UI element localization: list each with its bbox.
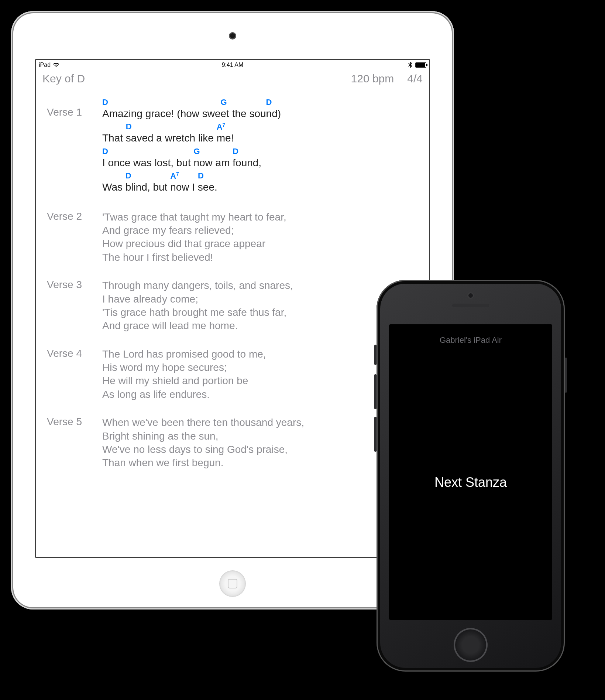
lyric-text: How precious did that grace appear <box>102 237 418 250</box>
chord-row: DGD <box>102 98 418 107</box>
status-time: 9:41 AM <box>222 62 244 68</box>
lyric-line: DA7That saved a wretch like me! <box>102 122 418 145</box>
verse-block[interactable]: Verse 4The Lord has promised good to me,… <box>47 348 418 402</box>
iphone-camera <box>468 293 473 298</box>
lyric-line: Through many dangers, toils, and snares, <box>102 279 418 292</box>
iphone-volume-down[interactable] <box>374 417 377 452</box>
key-label[interactable]: Key of D <box>42 72 85 85</box>
lyric-line: The hour I first believed! <box>102 251 418 264</box>
lyric-line: His word my hope secures; <box>102 361 418 374</box>
connected-device-label: Gabriel's iPad Air <box>440 335 502 345</box>
ipad-camera <box>230 33 235 38</box>
lyric-line: The Lord has promised good to me, <box>102 348 418 361</box>
chord-row: DA7 <box>102 122 418 132</box>
iphone-speaker <box>452 304 489 307</box>
verse-body: When we've been there ten thousand years… <box>102 416 418 470</box>
chord-row: DGD <box>102 147 418 156</box>
lyric-text: As long as life endures. <box>102 388 418 401</box>
verse-block[interactable]: Verse 3Through many dangers, toils, and … <box>47 279 418 333</box>
lyric-line: He will my shield and portion be <box>102 374 418 387</box>
chord-suffix: 7 <box>223 122 226 128</box>
lyric-text: That saved a wretch like me! <box>102 132 418 145</box>
lyric-text: 'Tis grace hath brought me safe thus far… <box>102 306 418 319</box>
chord: A7 <box>170 171 179 181</box>
song-toolbar: Key of D 120 bpm 4/4 <box>36 70 429 86</box>
lyric-text: We've no less days to sing God's praise, <box>102 443 418 456</box>
lyric-line: As long as life endures. <box>102 388 418 401</box>
iphone-screen: Gabriel's iPad Air Next Stanza <box>389 324 552 620</box>
lyric-text: He will my shield and portion be <box>102 374 418 387</box>
iphone-volume-up[interactable] <box>374 374 377 409</box>
lyric-line: Than when we first begun. <box>102 456 418 469</box>
lyric-line: 'Twas grace that taught my heart to fear… <box>102 211 418 224</box>
lyric-text: And grace will lead me home. <box>102 319 418 332</box>
verse-body: DGDAmazing grace! (how sweet the sound)D… <box>102 98 418 196</box>
lyric-line: Bright shining as the sun, <box>102 430 418 443</box>
wifi-icon <box>53 62 59 68</box>
chord: D <box>233 147 238 156</box>
iphone-device-frame: Gabriel's iPad Air Next Stanza <box>377 280 565 672</box>
chord: D <box>266 98 272 107</box>
bluetooth-icon <box>408 62 412 68</box>
verse-block[interactable]: Verse 1DGDAmazing grace! (how sweet the … <box>47 98 418 196</box>
lyric-text: Was blind, but now I see. <box>102 181 418 194</box>
chord: G <box>221 98 227 107</box>
verse-body: 'Twas grace that taught my heart to fear… <box>102 211 418 264</box>
next-stanza-button[interactable]: Next Stanza <box>434 475 507 490</box>
lyric-line: How precious did that grace appear <box>102 237 418 250</box>
chord: D <box>126 171 131 181</box>
lyric-line: DGDAmazing grace! (how sweet the sound) <box>102 98 418 120</box>
lyric-text: I once was lost, but now am found, <box>102 156 418 170</box>
lyric-line: DA7DWas blind, but now I see. <box>102 171 418 194</box>
chord: D <box>126 122 132 132</box>
battery-icon <box>415 62 426 68</box>
iphone-home-button[interactable] <box>454 628 488 662</box>
status-bar: iPad 9:41 AM <box>36 60 429 70</box>
verse-label: Verse 4 <box>47 348 102 402</box>
lyric-text: Than when we first begun. <box>102 456 418 469</box>
lyric-text: Bright shining as the sun, <box>102 430 418 443</box>
lyric-line: And grace my fears relieved; <box>102 224 418 237</box>
status-device-label: iPad <box>39 62 51 68</box>
lyric-text: I have already come; <box>102 293 418 306</box>
lyric-line: And grace will lead me home. <box>102 319 418 332</box>
verse-label: Verse 3 <box>47 279 102 333</box>
lyric-line: I have already come; <box>102 293 418 306</box>
chord: D <box>102 147 108 156</box>
lyric-line: 'Tis grace hath brought me safe thus far… <box>102 306 418 319</box>
lyric-line: We've no less days to sing God's praise, <box>102 443 418 456</box>
chord-row: DA7D <box>102 171 418 181</box>
lyric-text: Through many dangers, toils, and snares, <box>102 279 418 292</box>
ipad-home-button[interactable] <box>219 570 246 597</box>
lyric-text: Amazing grace! (how sweet the sound) <box>102 107 418 120</box>
lyrics-content[interactable]: Verse 1DGDAmazing grace! (how sweet the … <box>36 86 429 470</box>
verse-block[interactable]: Verse 5When we've been there ten thousan… <box>47 416 418 470</box>
lyric-line: DGDI once was lost, but now am found, <box>102 147 418 170</box>
iphone-power-button[interactable] <box>565 358 567 393</box>
lyric-text: And grace my fears relieved; <box>102 224 418 237</box>
chord: D <box>198 171 204 181</box>
lyric-text: When we've been there ten thousand years… <box>102 416 418 429</box>
lyric-text: The Lord has promised good to me, <box>102 348 418 361</box>
verse-body: Through many dangers, toils, and snares,… <box>102 279 418 333</box>
time-signature-label[interactable]: 4/4 <box>407 72 423 85</box>
lyric-text: 'Twas grace that taught my heart to fear… <box>102 211 418 224</box>
verse-label: Verse 5 <box>47 416 102 470</box>
verse-label: Verse 1 <box>47 98 102 196</box>
lyric-line: When we've been there ten thousand years… <box>102 416 418 429</box>
chord: G <box>193 147 200 156</box>
chord: D <box>102 98 108 107</box>
bpm-label[interactable]: 120 bpm <box>351 72 394 85</box>
ipad-screen: iPad 9:41 AM Key of D 120 bpm 4/4 Verse … <box>35 59 430 558</box>
verse-label: Verse 2 <box>47 211 102 264</box>
lyric-text: His word my hope secures; <box>102 361 418 374</box>
lyric-text: The hour I first believed! <box>102 251 418 264</box>
iphone-mute-switch[interactable] <box>374 345 377 365</box>
chord: A7 <box>217 122 226 132</box>
verse-body: The Lord has promised good to me,His wor… <box>102 348 418 402</box>
chord-suffix: 7 <box>176 171 179 177</box>
verse-block[interactable]: Verse 2'Twas grace that taught my heart … <box>47 211 418 264</box>
